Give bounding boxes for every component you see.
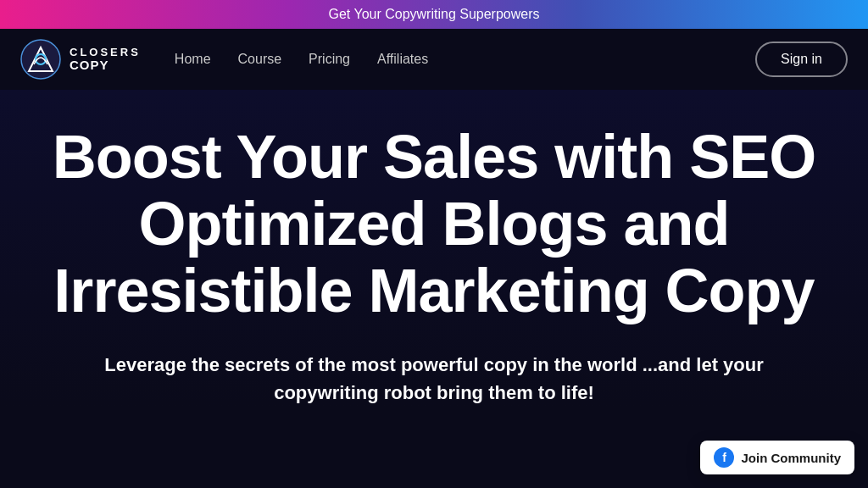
nav-link-home[interactable]: Home <box>175 52 211 66</box>
nav-item-course[interactable]: Course <box>238 52 282 67</box>
banner-text: Get Your Copywriting Superpowers <box>328 7 539 21</box>
logo-icon <box>20 39 61 80</box>
top-banner[interactable]: Get Your Copywriting Superpowers <box>0 0 868 29</box>
navbar-left: CLOSERS COPY Home Course Pricing Affilia… <box>20 39 428 80</box>
nav-link-course[interactable]: Course <box>238 52 282 66</box>
join-community-label: Join Community <box>741 451 841 465</box>
facebook-icon: f <box>714 447 734 468</box>
navbar: CLOSERS COPY Home Course Pricing Affilia… <box>0 29 868 90</box>
nav-item-home[interactable]: Home <box>175 52 211 67</box>
nav-links: Home Course Pricing Affiliates <box>175 52 428 67</box>
sign-in-button[interactable]: Sign in <box>755 42 848 77</box>
logo-text: CLOSERS COPY <box>70 47 141 73</box>
nav-item-affiliates[interactable]: Affiliates <box>377 52 428 67</box>
nav-link-affiliates[interactable]: Affiliates <box>377 52 428 66</box>
hero-section: Boost Your Sales with SEO Optimized Blog… <box>0 90 868 407</box>
logo-link[interactable]: CLOSERS COPY <box>20 39 141 80</box>
hero-title: Boost Your Sales with SEO Optimized Blog… <box>51 124 817 325</box>
hero-subtitle: Leverage the secrets of the most powerfu… <box>53 351 815 407</box>
nav-item-pricing[interactable]: Pricing <box>309 52 350 67</box>
fb-join-community-widget[interactable]: f Join Community <box>700 441 854 474</box>
nav-link-pricing[interactable]: Pricing <box>309 52 350 66</box>
